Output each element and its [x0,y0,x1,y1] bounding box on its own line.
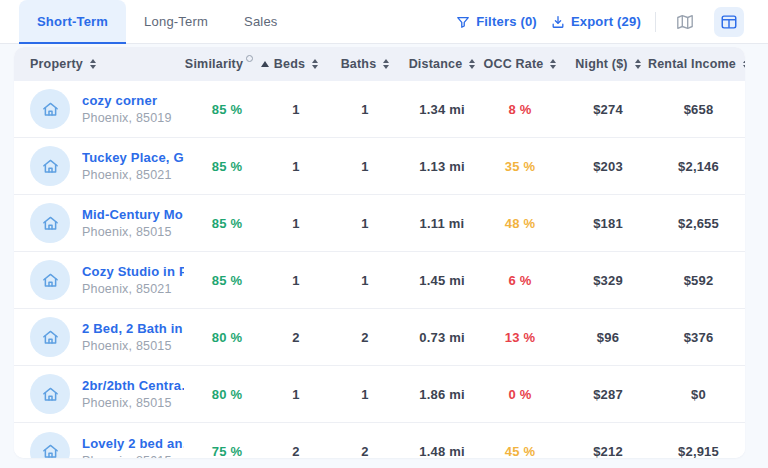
property-cell: cozy corner Phoenix, 85019 [14,89,184,129]
property-location: Phoenix, 85021 [82,168,184,182]
baths-value: 2 [322,444,408,458]
filter-funnel-icon [456,15,470,29]
beds-value: 2 [270,330,322,345]
property-name-link[interactable]: Lovely 2 bed an… [82,436,184,451]
property-text: Tuckey Place, Gr… Phoenix, 85021 [82,150,184,182]
home-icon [41,271,60,290]
toolbar-divider [655,12,656,32]
occ-rate-value: 13 % [476,330,564,345]
column-header-property[interactable]: Property [14,57,184,71]
avatar [30,432,70,459]
column-header-beds[interactable]: Beds [270,57,322,71]
property-cell: Mid-Century Mo… Phoenix, 85015 [14,203,184,243]
column-header-night[interactable]: Night ($) [564,57,652,71]
rental-income-value: $376 [652,330,745,345]
info-icon [246,55,253,62]
tab-bar: Short-Term Long-Term Sales Filters (0) E… [0,0,768,44]
download-icon [551,15,565,29]
sort-icon [469,59,475,69]
distance-value: 1.13 mi [408,159,476,174]
column-label: Distance [409,57,463,71]
table-body: cozy corner Phoenix, 85019 85 % 1 1 1.34… [14,81,745,458]
rental-income-value: $0 [652,387,745,402]
home-icon [41,157,60,176]
property-name-link[interactable]: Cozy Studio in P… [82,264,184,279]
property-cell: 2br/2bth Centra… Phoenix, 85015 [14,374,184,414]
tab-long-term[interactable]: Long-Term [126,0,226,43]
map-icon [676,13,694,31]
table-row[interactable]: Lovely 2 bed an… Phoenix, 85015 75 % 2 2… [14,423,745,458]
property-name-link[interactable]: cozy corner [82,93,172,108]
distance-value: 0.73 mi [408,330,476,345]
similarity-value: 75 % [184,444,270,458]
distance-value: 1.48 mi [408,444,476,458]
table-view-button[interactable] [714,7,744,37]
sort-icon [743,59,745,69]
night-value: $329 [564,273,652,288]
beds-value: 1 [270,273,322,288]
similarity-value: 80 % [184,387,270,402]
home-icon [41,385,60,404]
table-header-row: Property Similarity Beds Baths Distance [14,47,745,81]
property-name-link[interactable]: 2 Bed, 2 Bath in … [82,321,184,336]
night-value: $96 [564,330,652,345]
baths-value: 2 [322,330,408,345]
property-text: 2br/2bth Centra… Phoenix, 85015 [82,378,184,410]
sort-icon [383,59,389,69]
table-icon [720,13,738,31]
column-label: OCC Rate [484,57,544,71]
home-icon [41,328,60,347]
table-row[interactable]: Mid-Century Mo… Phoenix, 85015 85 % 1 1 … [14,195,745,252]
table-row[interactable]: cozy corner Phoenix, 85019 85 % 1 1 1.34… [14,81,745,138]
baths-value: 1 [322,102,408,117]
filters-label: Filters (0) [476,14,537,29]
home-icon [41,100,60,119]
property-text: cozy corner Phoenix, 85019 [82,93,172,125]
tab-sales[interactable]: Sales [226,0,296,43]
table-row[interactable]: 2 Bed, 2 Bath in … Phoenix, 85015 80 % 2… [14,309,745,366]
home-icon [41,214,60,233]
tab-short-term[interactable]: Short-Term [19,0,126,43]
avatar [30,374,70,414]
column-header-baths[interactable]: Baths [322,57,408,71]
table-row[interactable]: Cozy Studio in P… Phoenix, 85021 85 % 1 … [14,252,745,309]
property-name-link[interactable]: Mid-Century Mo… [82,207,184,222]
property-location: Phoenix, 85015 [82,225,184,239]
map-view-button[interactable] [670,7,700,37]
night-value: $212 [564,444,652,458]
filters-button[interactable]: Filters (0) [456,14,537,29]
beds-value: 1 [270,102,322,117]
column-header-distance[interactable]: Distance [408,57,476,71]
comparables-table: Property Similarity Beds Baths Distance [14,47,745,458]
table-row[interactable]: 2br/2bth Centra… Phoenix, 85015 80 % 1 1… [14,366,745,423]
column-label: Rental Income [648,57,736,71]
occ-rate-value: 45 % [476,444,564,458]
column-header-similarity[interactable]: Similarity [184,57,270,71]
property-location: Phoenix, 85021 [82,282,184,296]
export-button[interactable]: Export (29) [551,14,641,29]
distance-value: 1.34 mi [408,102,476,117]
column-label: Beds [274,57,305,71]
column-header-occ-rate[interactable]: OCC Rate [476,57,564,71]
table-row[interactable]: Tuckey Place, Gr… Phoenix, 85021 85 % 1 … [14,138,745,195]
rental-income-value: $2,915 [652,444,745,458]
baths-value: 1 [322,273,408,288]
avatar [30,146,70,186]
property-name-link[interactable]: Tuckey Place, Gr… [82,150,184,165]
sort-icon [550,59,556,69]
property-text: Mid-Century Mo… Phoenix, 85015 [82,207,184,239]
occ-rate-value: 35 % [476,159,564,174]
rental-income-value: $2,655 [652,216,745,231]
home-icon [41,442,60,458]
occ-rate-value: 8 % [476,102,564,117]
column-header-rental-income[interactable]: Rental Income [652,57,745,71]
beds-value: 2 [270,444,322,458]
property-cell: Lovely 2 bed an… Phoenix, 85015 [14,432,184,459]
similarity-value: 85 % [184,216,270,231]
property-name-link[interactable]: 2br/2bth Centra… [82,378,184,393]
property-location: Phoenix, 85015 [82,339,184,353]
sort-icon [635,59,641,69]
baths-value: 1 [322,159,408,174]
distance-value: 1.86 mi [408,387,476,402]
similarity-value: 85 % [184,273,270,288]
